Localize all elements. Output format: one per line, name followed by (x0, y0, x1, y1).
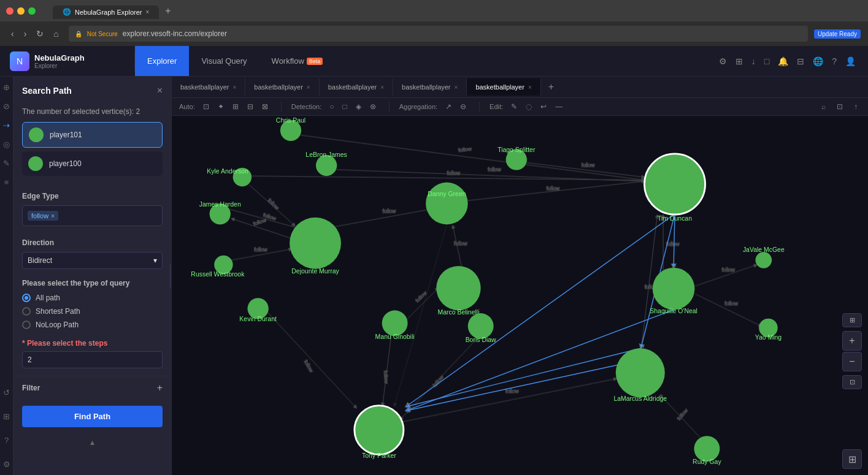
graph-tab-close-4[interactable]: × (455, 84, 458, 91)
dot-red[interactable] (6, 7, 13, 15)
toolbar-auto-btn-5[interactable]: ⊠ (259, 101, 271, 113)
toolbar-edit-btn-4[interactable]: — (552, 101, 566, 113)
panel-icon-pencil[interactable]: ✎ (3, 159, 10, 168)
graph-tab-4[interactable]: basketballplayer × (393, 78, 467, 96)
node-boris-diaw[interactable] (468, 313, 494, 339)
node-lebron-james[interactable] (316, 155, 337, 176)
svg-line-1 (252, 176, 644, 180)
browser-tabs: 🌐 NebulaGraph Explorer × + (53, 3, 176, 19)
toolbar-search-btn[interactable]: ⌕ (818, 101, 829, 113)
tab-close-btn[interactable]: × (145, 9, 149, 15)
radio-noloop-path[interactable]: NoLoop Path (22, 321, 163, 329)
search-panel-close-btn[interactable]: × (157, 85, 163, 96)
home-btn[interactable]: ⌂ (50, 28, 62, 40)
node-lamarcus-aldridge[interactable] (616, 348, 665, 397)
panel-icon-table[interactable]: ⊞ (3, 412, 10, 421)
update-ready-badge[interactable]: Update Ready (814, 29, 861, 39)
fit-view-btn[interactable]: ⊡ (842, 375, 862, 389)
edge-tag-close-btn[interactable]: × (51, 213, 55, 219)
graph-tab-close-2[interactable]: × (307, 84, 310, 91)
graph-tab-3[interactable]: basketballplayer × (320, 78, 393, 96)
collapse-panel-up-btn[interactable]: ▲ (13, 433, 171, 452)
vertex-dot-1 (29, 127, 44, 142)
panel-icon-search[interactable]: ⊕ (3, 83, 10, 92)
header-btn-3[interactable]: ↓ (749, 54, 758, 69)
panel-icon-path[interactable]: ⇢ (3, 121, 10, 130)
toolbar-auto-btn-2[interactable]: ✦ (215, 101, 227, 113)
toolbar-edit-btn-2[interactable]: ◌ (523, 101, 535, 113)
graph-tab-close-5[interactable]: × (528, 84, 532, 91)
toolbar-detect-btn-2[interactable]: □ (339, 101, 350, 113)
toolbar-edit-btn-3[interactable]: ↩ (537, 101, 550, 113)
filter-add-btn[interactable]: + (157, 382, 163, 393)
node-shaquille-oneal[interactable] (653, 268, 695, 310)
graph-tab-add-btn[interactable]: + (541, 77, 561, 97)
header-btn-user[interactable]: 👤 (843, 54, 858, 69)
graph-tab-close-3[interactable]: × (380, 84, 384, 91)
graph-tab-5[interactable]: basketballplayer × (467, 78, 540, 96)
node-danny-green[interactable] (426, 183, 468, 225)
toolbar-export-btn[interactable]: ↑ (851, 101, 861, 113)
dot-yellow[interactable] (17, 7, 25, 15)
edge-type-input[interactable]: follow × (22, 205, 163, 226)
zoom-in-btn[interactable]: + (842, 331, 862, 351)
toolbar-agg-btn-2[interactable]: ⊖ (457, 101, 469, 113)
vertex-item-player101[interactable]: player101 (22, 122, 163, 148)
node-tim-duncan[interactable] (644, 154, 705, 215)
panel-icon-filter[interactable]: ⊘ (3, 102, 10, 111)
refresh-btn[interactable]: ↻ (33, 28, 47, 40)
nav-workflow[interactable]: Workflow Beta (259, 46, 336, 76)
back-btn[interactable]: ‹ (7, 28, 18, 40)
nav-explorer[interactable]: Explorer (135, 46, 189, 76)
vertex-label-2: player100 (49, 159, 82, 168)
header-btn-2[interactable]: ⊞ (733, 54, 745, 69)
panel-icon-node[interactable]: ◎ (3, 140, 10, 149)
node-javale-mcgee[interactable] (755, 252, 772, 268)
minimap-toggle-btn[interactable]: ⊞ (842, 449, 862, 469)
toolbar-auto-btn-4[interactable]: ⊟ (244, 101, 256, 113)
header-btn-4[interactable]: □ (762, 54, 772, 69)
toolbar-detect-btn-1[interactable]: ○ (326, 101, 337, 113)
address-box[interactable]: 🔒 Not Secure explorer.vesoft-inc.com/exp… (69, 26, 808, 42)
header-btn-help[interactable]: ? (829, 54, 839, 69)
node-dejounte-murray[interactable] (290, 218, 341, 269)
label-james-harden: James Harden (199, 201, 241, 208)
radio-all-path[interactable]: All path (22, 294, 163, 302)
node-tony-parker[interactable] (355, 406, 404, 455)
header-btn-globe[interactable]: 🌐 (810, 54, 826, 69)
direction-select[interactable]: Bidirect ▾ (22, 252, 163, 269)
node-manu-ginobili[interactable] (382, 310, 408, 336)
find-path-btn[interactable]: Find Path (22, 406, 163, 427)
zoom-out-btn[interactable]: − (842, 352, 862, 371)
panel-icon-question[interactable]: ? (4, 436, 9, 445)
panel-icon-history[interactable]: ↺ (3, 388, 10, 397)
panel-icon-settings[interactable]: ⚙ (3, 460, 10, 469)
dot-green[interactable] (28, 7, 36, 15)
toolbar-auto-btn-3[interactable]: ⊞ (229, 101, 242, 113)
new-tab-btn[interactable]: + (160, 3, 175, 19)
header-btn-1[interactable]: ⚙ (716, 54, 729, 69)
toolbar-detect-btn-3[interactable]: ◈ (353, 101, 364, 113)
toolbar-agg-btn-1[interactable]: ↗ (442, 101, 455, 113)
nav-visual-query[interactable]: Visual Query (189, 46, 259, 76)
radio-shortest-path[interactable]: Shortest Path (22, 307, 163, 316)
toolbar-auto-btn-1[interactable]: ⊡ (200, 101, 212, 113)
toolbar-detect-btn-4[interactable]: ⊛ (367, 101, 379, 113)
toolbar-edit-btn-1[interactable]: ✎ (508, 101, 520, 113)
node-marco-belinelli[interactable] (436, 266, 480, 310)
vertex-item-player100[interactable]: player100 (22, 151, 163, 176)
graph-tab-close-1[interactable]: × (233, 84, 237, 91)
edge-label: follow (675, 407, 689, 422)
header-btn-5[interactable]: 🔔 (775, 54, 791, 69)
header-btn-6[interactable]: ⊟ (794, 54, 807, 69)
steps-input[interactable] (22, 351, 163, 368)
toolbar-camera-btn[interactable]: ⊡ (834, 101, 846, 113)
graph-tab-2[interactable]: basketballplayer × (245, 78, 319, 96)
layout-icon[interactable]: ⊞ (842, 313, 862, 327)
browser-tab-active[interactable]: 🌐 NebulaGraph Explorer × (53, 6, 159, 19)
forward-btn[interactable]: › (20, 28, 31, 40)
graph-tab-1[interactable]: basketballplayer × (172, 78, 245, 96)
panel-icon-layers[interactable]: ≡ (4, 178, 9, 187)
node-rudy-gay[interactable] (694, 436, 720, 462)
graph-canvas[interactable]: follow follow follow follow (172, 116, 868, 475)
